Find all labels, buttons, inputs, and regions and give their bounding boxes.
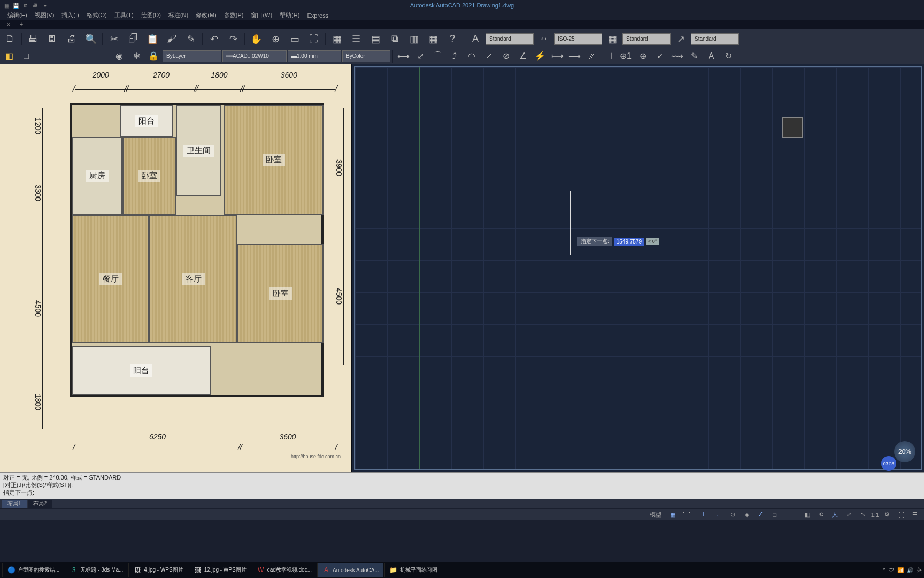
file-tab-close-icon[interactable]: × [2, 21, 15, 29]
navigator-thumbnail[interactable] [782, 117, 803, 138]
menu-modify[interactable]: 修改(M) [192, 11, 220, 19]
layer-states-icon[interactable]: ◉ [111, 48, 127, 64]
match-icon[interactable]: 🖌 [163, 31, 181, 48]
infer-toggle-icon[interactable]: ⊢ [699, 510, 711, 520]
linetype-dropdown[interactable]: ━━ ACAD...02W10 [222, 50, 287, 62]
calc-icon[interactable]: ▤ [366, 31, 384, 48]
dim-update-icon[interactable]: ↻ [720, 48, 736, 64]
zoom-window-icon[interactable]: ▭ [286, 31, 304, 48]
layer-dropdown[interactable]: ByLayer [163, 50, 221, 62]
zoom-extents-icon[interactable]: ⛶ [305, 31, 323, 48]
dim-edit-icon[interactable]: ✎ [686, 48, 702, 64]
mleader-style-dropdown[interactable]: Standard [691, 33, 739, 45]
undo-icon[interactable]: ↶ [205, 31, 223, 48]
paste-icon[interactable]: 📋 [143, 31, 161, 48]
redo-icon[interactable]: ↷ [224, 31, 242, 48]
menu-help[interactable]: 帮助(H) [276, 11, 303, 19]
menu-edit[interactable]: 编辑(E) [4, 11, 30, 19]
dim-diameter-icon[interactable]: ⊘ [498, 48, 514, 64]
text-style-dropdown[interactable]: Standard [486, 33, 534, 45]
file-tab-add-icon[interactable]: + [15, 21, 28, 29]
dim-arc-icon[interactable]: ⌒ [429, 48, 445, 64]
menu-view[interactable]: 视图(V) [32, 11, 58, 19]
otrack-toggle-icon[interactable]: □ [769, 510, 781, 520]
dim-linear-icon[interactable]: ⟷ [395, 48, 411, 64]
tray-up-icon[interactable]: ^ [883, 567, 886, 573]
dim-space-icon[interactable]: ⫽ [583, 48, 599, 64]
dyn-distance-input[interactable]: 1549.7579 [614, 238, 644, 246]
lineweight-dropdown[interactable]: ▬ 1.00 mm [288, 50, 341, 62]
help-icon[interactable]: ? [443, 31, 461, 48]
find-icon[interactable]: 🔍 [82, 31, 100, 48]
dropdown-icon[interactable]: ▾ [41, 1, 49, 10]
print-icon[interactable]: 🖶 [31, 1, 40, 10]
table-icon[interactable]: ▦ [424, 31, 442, 48]
tool-palette-icon[interactable]: ▥ [405, 31, 423, 48]
customize-icon[interactable]: ☰ [909, 510, 921, 520]
zoom-icon[interactable]: ⊕ [266, 31, 284, 48]
save-icon[interactable]: 💾 [12, 1, 20, 10]
annotation-icon[interactable]: 人 [829, 510, 841, 520]
dim-radius-icon[interactable]: ◠ [464, 48, 480, 64]
fullscreen-icon[interactable]: ⛶ [895, 510, 907, 520]
dim-jogged-icon[interactable]: ⟋ [481, 48, 497, 64]
menu-dimension[interactable]: 标注(N) [165, 11, 191, 19]
task-item[interactable]: 📁机械平面练习图 [384, 563, 442, 577]
snap-toggle-icon[interactable]: ⋮⋮ [681, 510, 692, 520]
dim-aligned-icon[interactable]: ⤢ [412, 48, 428, 64]
tray-sound-icon[interactable]: 🔊 [907, 567, 913, 573]
layout-tab-1[interactable]: 布局1 [2, 500, 27, 508]
plotcolor-dropdown[interactable]: ByColor [342, 50, 390, 62]
dim-quick-icon[interactable]: ⚡ [532, 48, 548, 64]
iso-toggle-icon[interactable]: ◈ [741, 510, 753, 520]
menu-window[interactable]: 窗口(W) [248, 11, 275, 19]
color-swatch-icon[interactable]: ◧ [1, 48, 17, 64]
anno-auto-icon[interactable]: ⤡ [857, 510, 869, 520]
command-line[interactable]: 对正 = 无, 比例 = 240.00, 样式 = STANDARD [对正(J… [0, 472, 924, 499]
dim-break-icon[interactable]: ⊣ [600, 48, 617, 64]
cycling-icon[interactable]: ⟲ [815, 510, 827, 520]
tray-shield-icon[interactable]: 🛡 [889, 567, 894, 573]
paint-icon[interactable]: ✎ [182, 31, 200, 48]
gear-icon[interactable]: ⚙ [881, 510, 893, 520]
tray-wifi-icon[interactable]: 📶 [897, 567, 904, 573]
layout-tab-2[interactable]: 布局2 [28, 500, 52, 508]
model-space-button[interactable]: 模型 [646, 510, 665, 520]
dim-style-icon[interactable]: ↔ [535, 31, 553, 48]
print-icon[interactable]: 🖶 [24, 31, 42, 48]
dyn-angle-field[interactable]: < 0° [646, 238, 659, 245]
center-mark-icon[interactable]: ⊕ [635, 48, 651, 64]
task-item[interactable]: 🔵户型图的搜索结... [2, 563, 64, 577]
table-style-dropdown[interactable]: Standard [622, 33, 671, 45]
new-icon[interactable]: 🗋 [1, 31, 19, 48]
reference-image-viewport[interactable]: 2000 2700 1800 3600 1200 3300 4500 1800 … [0, 64, 352, 472]
sheet-icon[interactable]: ☰ [347, 31, 365, 48]
lwt-toggle-icon[interactable]: ≡ [788, 510, 799, 520]
dim-style-dropdown[interactable]: ISO-25 [554, 33, 602, 45]
dim-angular-icon[interactable]: ∠ [515, 48, 531, 64]
dim-continue-icon[interactable]: ⟶ [566, 48, 582, 64]
menu-parametric[interactable]: 参数(P) [221, 11, 247, 19]
task-item[interactable]: 3无标题 - 3ds Ma... [65, 563, 127, 577]
anno-scale-icon[interactable]: ⤢ [843, 510, 855, 520]
inspect-icon[interactable]: ✓ [652, 48, 668, 64]
polar-toggle-icon[interactable]: ⊙ [727, 510, 739, 520]
dim-ordinate-icon[interactable]: ⤴ [446, 48, 463, 64]
plot-icon[interactable]: 🖨 [63, 31, 81, 48]
scale-label[interactable]: 1:1 [871, 510, 879, 520]
layer-freeze-icon[interactable]: ❄ [128, 48, 144, 64]
dim-jog-icon[interactable]: ⟿ [669, 48, 685, 64]
menu-insert[interactable]: 插入(I) [58, 11, 82, 19]
copy-icon[interactable]: 🗐 [124, 31, 142, 48]
saveas-icon[interactable]: 🗎 [21, 1, 30, 10]
layer-mgr-icon[interactable]: ⧉ [386, 31, 404, 48]
print-preview-icon[interactable]: 🗏 [43, 31, 61, 48]
grid-toggle-icon[interactable]: ▦ [667, 510, 679, 520]
task-item[interactable]: 🖼12.jpg - WPS图片 [189, 563, 251, 577]
ortho-toggle-icon[interactable]: ⌐ [713, 510, 725, 520]
layer-lock-icon[interactable]: 🔒 [145, 48, 161, 64]
menu-express[interactable]: Express [304, 12, 332, 19]
table-style-icon[interactable]: ▦ [603, 31, 621, 48]
menu-tools[interactable]: 工具(T) [111, 11, 137, 19]
dim-baseline-icon[interactable]: ⟼ [549, 48, 565, 64]
